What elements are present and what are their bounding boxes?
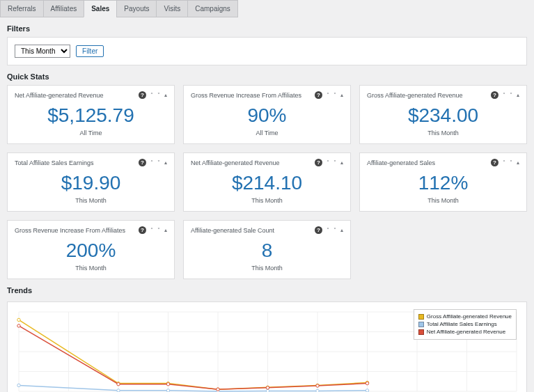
chevron-up-icon[interactable]: ˄: [327, 93, 329, 98]
filters-title: Filters: [7, 24, 534, 33]
svg-point-16: [17, 318, 20, 321]
svg-point-27: [266, 389, 269, 392]
toggle-icon[interactable]: ▴: [340, 93, 343, 98]
card-value: 112%: [360, 172, 526, 197]
svg-point-33: [217, 388, 219, 391]
stat-card: Total Affiliate Sales Earnings?˄˅▴$19.90…: [7, 152, 175, 212]
chevron-up-icon[interactable]: ˄: [150, 160, 153, 166]
toggle-icon[interactable]: ▴: [517, 160, 519, 166]
card-subtext: This Month: [184, 197, 350, 211]
chevron-up-icon[interactable]: ˄: [150, 228, 153, 233]
svg-point-24: [117, 389, 120, 392]
help-icon[interactable]: ?: [315, 226, 322, 234]
card-title: Gross Revenue Increase From Affiliates: [191, 92, 315, 99]
card-title: Affiliate-generated Sales: [367, 159, 491, 166]
trends-title: Trends: [7, 286, 534, 295]
help-icon[interactable]: ?: [491, 91, 498, 99]
chart-legend: Gross Affiliate-generated Revenue Total …: [414, 309, 517, 340]
card-title: Gross Affiliate-generated Revenue: [367, 92, 491, 99]
svg-point-25: [166, 389, 169, 392]
card-subtext: All Time: [8, 130, 174, 143]
svg-point-23: [17, 384, 20, 386]
legend-swatch-total: [418, 322, 424, 327]
tab-visits[interactable]: Visits: [156, 0, 188, 17]
legend-label-total: Total Affiliate Sales Earnings: [427, 320, 497, 328]
card-title: Net Affiliate-generated Revenue: [191, 159, 315, 166]
toggle-icon[interactable]: ▴: [340, 228, 343, 233]
chevron-down-icon[interactable]: ˅: [333, 228, 336, 233]
stat-card: Gross Revenue Increase From Affiliates?˄…: [183, 85, 351, 144]
help-icon[interactable]: ?: [139, 91, 146, 99]
tab-referrals[interactable]: Referrals: [0, 0, 44, 17]
svg-point-28: [316, 389, 319, 392]
chevron-down-icon[interactable]: ˅: [157, 160, 160, 166]
chevron-down-icon[interactable]: ˅: [510, 160, 512, 166]
quick-stats-title: Quick Stats: [7, 72, 534, 81]
legend-swatch-gross: [418, 314, 424, 320]
svg-point-31: [117, 383, 120, 386]
tab-sales[interactable]: Sales: [84, 0, 117, 17]
card-value: 8: [184, 240, 350, 265]
toggle-icon[interactable]: ▴: [164, 93, 167, 98]
legend-label-gross: Gross Affiliate-generated Revenue: [427, 313, 512, 320]
card-subtext: This Month: [360, 130, 526, 143]
chevron-up-icon[interactable]: ˄: [503, 160, 505, 166]
help-icon[interactable]: ?: [139, 226, 146, 234]
card-subtext: This Month: [8, 265, 174, 279]
filter-box: This Month Filter: [7, 37, 527, 65]
help-icon[interactable]: ?: [491, 159, 498, 166]
svg-point-35: [316, 384, 319, 387]
tab-campaigns[interactable]: Campaigns: [187, 0, 238, 17]
stat-card: Gross Affiliate-generated Revenue?˄˅▴$23…: [359, 85, 527, 144]
card-value: 200%: [8, 240, 174, 265]
card-subtext: All Time: [184, 130, 350, 143]
svg-point-32: [166, 383, 169, 386]
help-icon[interactable]: ?: [315, 91, 322, 99]
help-icon[interactable]: ?: [139, 159, 146, 166]
card-title: Total Affiliate Sales Earnings: [15, 159, 139, 166]
chevron-down-icon[interactable]: ˅: [333, 93, 336, 98]
toggle-icon[interactable]: ▴: [164, 160, 167, 166]
toggle-icon[interactable]: ▴: [517, 93, 519, 98]
legend-swatch-net: [418, 329, 424, 335]
filter-period-select[interactable]: This Month: [15, 45, 70, 58]
chevron-up-icon[interactable]: ˄: [327, 160, 329, 166]
stat-card: Gross Revenue Increase From Affiliates?˄…: [7, 220, 175, 279]
card-value: 90%: [184, 104, 350, 130]
tab-affiliates[interactable]: Affiliates: [43, 0, 85, 17]
chevron-down-icon[interactable]: ˅: [333, 160, 336, 166]
stat-card: Net Affiliate-generated Revenue?˄˅▴$214.…: [183, 152, 351, 212]
chevron-up-icon[interactable]: ˄: [503, 93, 505, 98]
help-icon[interactable]: ?: [315, 159, 322, 166]
card-value: $214.10: [184, 172, 350, 197]
card-title: Gross Revenue Increase From Affiliates: [15, 227, 139, 234]
card-value: $234.00: [360, 104, 526, 130]
chevron-up-icon[interactable]: ˄: [150, 93, 153, 98]
chevron-down-icon[interactable]: ˅: [510, 93, 512, 98]
stat-card: Net Affiliate-generated Revenue?˄˅▴$5,12…: [7, 85, 175, 144]
chevron-up-icon[interactable]: ˄: [327, 228, 329, 233]
trends-chart: Gross Affiliate-generated Revenue Total …: [7, 301, 527, 392]
card-subtext: This Month: [184, 265, 350, 279]
card-value: $5,125.79: [8, 104, 174, 130]
toggle-icon[interactable]: ▴: [164, 228, 167, 233]
svg-point-36: [366, 382, 368, 384]
chevron-down-icon[interactable]: ˅: [157, 93, 160, 98]
legend-label-net: Net Affiliate-generated Revenue: [427, 328, 505, 336]
toggle-icon[interactable]: ▴: [340, 160, 343, 166]
card-title: Net Affiliate-generated Revenue: [15, 92, 139, 99]
filter-button[interactable]: Filter: [76, 45, 104, 57]
card-title: Affiliate-generated Sale Count: [191, 227, 315, 234]
tab-payouts[interactable]: Payouts: [116, 0, 157, 17]
svg-point-34: [266, 386, 269, 389]
stat-card: Affiliate-generated Sale Count?˄˅▴8This …: [183, 220, 351, 279]
svg-point-30: [17, 324, 20, 327]
chevron-down-icon[interactable]: ˅: [157, 228, 160, 233]
card-value: $19.90: [8, 172, 174, 197]
svg-point-29: [366, 389, 368, 392]
stat-card: Affiliate-generated Sales?˄˅▴112%This Mo…: [359, 152, 527, 212]
card-subtext: This Month: [8, 197, 174, 211]
card-subtext: This Month: [360, 197, 526, 211]
